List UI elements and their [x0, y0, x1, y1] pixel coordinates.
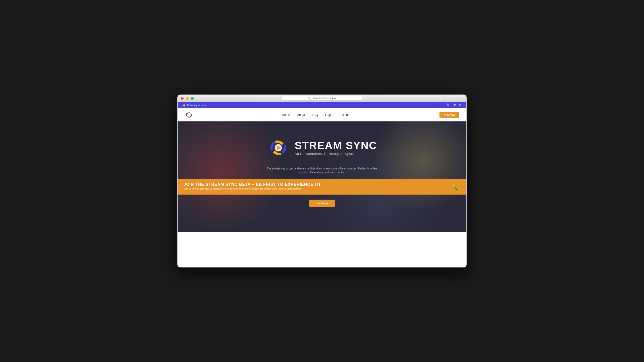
mac-window: 🔍 www.streamsync.pro 🏠 Currently in Beta… [177, 95, 467, 267]
hero-logo-svg [267, 137, 290, 159]
address-search-icon: 🔍 [308, 97, 311, 100]
url-text: www.streamsync.pro [312, 97, 336, 100]
nav-faq[interactable]: FAQ [312, 113, 318, 117]
hero-logo-icon [267, 137, 290, 159]
address-bar[interactable]: 🔍 www.streamsync.pro [282, 96, 362, 101]
below-hero-section [178, 232, 466, 267]
nav-home[interactable]: Home [282, 113, 290, 117]
beta-banner-text: JOIN THE STREAM SYNC BETA – BE FIRST TO … [184, 182, 320, 190]
beta-label: Currently in Beta [187, 104, 206, 107]
main-nav: Home About FAQ Login Account ⟳ SYNC [178, 108, 466, 121]
maximize-button[interactable] [191, 97, 194, 100]
beta-headline: JOIN THE STREAM SYNC BETA – BE FIRST TO … [184, 182, 320, 187]
nav-links: Home About FAQ Login Account [282, 113, 350, 117]
bug-icon: 🐛 [452, 183, 460, 192]
sync-label: SYNC [447, 113, 455, 116]
hero-brand-name: STREAM SYNC [295, 140, 377, 151]
beta-subtext: Sign up for free beta access! Register n… [184, 188, 320, 190]
search-icon[interactable]: 🔍 [447, 103, 450, 107]
browser-content: 🏠 Currently in Beta 🔍 Bē in [178, 102, 466, 267]
linkedin-icon[interactable]: in [459, 103, 461, 107]
beta-banner: JOIN THE STREAM SYNC BETA – BE FIRST TO … [178, 179, 466, 195]
top-bar-left: 🏠 Currently in Beta [183, 104, 206, 107]
nav-logo[interactable] [185, 111, 193, 119]
join-now-button[interactable]: Join Now [309, 200, 335, 207]
hero-description: The easiest way to sync and watch multip… [264, 167, 380, 174]
nav-login[interactable]: Login [325, 113, 332, 117]
top-bar: 🏠 Currently in Beta 🔍 Bē in [178, 102, 466, 108]
hero-tagline: All Perspectives, Perfectly in Sync. [295, 152, 377, 156]
hero-content: STREAM SYNC All Perspectives, Perfectly … [178, 121, 466, 207]
titlebar: 🔍 www.streamsync.pro [178, 95, 466, 102]
close-button[interactable] [181, 97, 184, 100]
minimize-button[interactable] [186, 97, 189, 100]
hero-logo-area: STREAM SYNC All Perspectives, Perfectly … [267, 137, 377, 159]
nav-about[interactable]: About [297, 113, 305, 117]
home-icon: 🏠 [183, 104, 186, 107]
sync-icon: ⟳ [444, 113, 446, 116]
window-controls [181, 97, 194, 100]
nav-account[interactable]: Account [339, 113, 350, 117]
logo-svg [185, 111, 193, 119]
hero-brand-text: STREAM SYNC All Perspectives, Perfectly … [295, 140, 377, 156]
top-bar-right: 🔍 Bē in [447, 103, 461, 107]
hero-section: STREAM SYNC All Perspectives, Perfectly … [178, 121, 466, 232]
behance-icon[interactable]: Bē [453, 103, 457, 107]
sync-button[interactable]: ⟳ SYNC [439, 112, 459, 118]
